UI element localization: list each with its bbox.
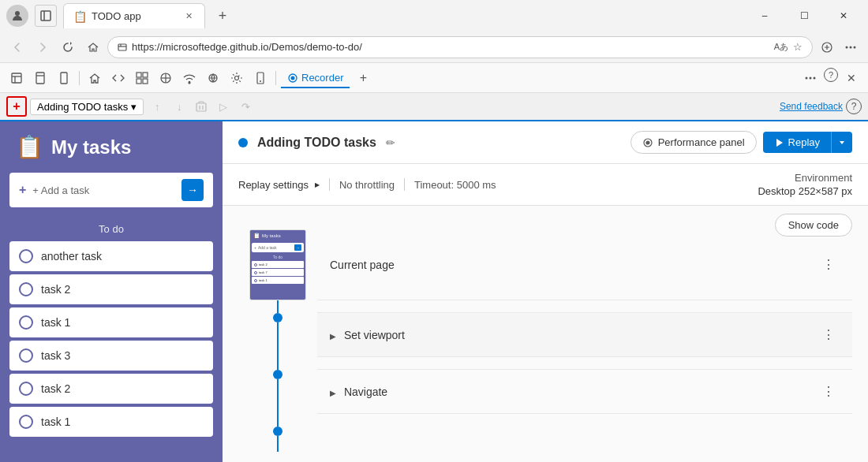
devtools-help-button[interactable]: ?: [824, 68, 838, 82]
network-icon[interactable]: [203, 68, 223, 88]
toolbar-icon-2[interactable]: [30, 68, 51, 88]
todo-app-icon: 📋: [16, 134, 43, 160]
recording-dropdown[interactable]: Adding TODO tasks ▾: [30, 99, 144, 115]
wifi-icon[interactable]: [179, 68, 200, 88]
settings-icon[interactable]: [226, 68, 247, 88]
task-checkbox[interactable]: [19, 282, 33, 296]
task-text: task 3: [41, 349, 70, 362]
recorder-tab[interactable]: Recorder: [281, 69, 350, 88]
add-task-bar[interactable]: + + Add a task →: [9, 173, 213, 207]
close-button[interactable]: ✕: [825, 3, 862, 28]
timeline-line: [238, 300, 317, 452]
forward-button[interactable]: [32, 36, 54, 58]
navigate-label: ▶ Navigate: [330, 386, 817, 398]
environment-title: Environment: [795, 172, 852, 184]
scroll-down-button[interactable]: ↓: [169, 96, 189, 117]
svg-point-18: [189, 82, 190, 84]
delete-button[interactable]: [191, 96, 211, 117]
cursor-icon[interactable]: [155, 68, 176, 88]
favorites-icon[interactable]: ☆: [793, 41, 803, 53]
replay-btn-main[interactable]: Replay: [763, 132, 832, 153]
timeline-event-current-page: Current page ⋮: [317, 229, 852, 300]
add-panel-button[interactable]: +: [353, 68, 373, 88]
list-item[interactable]: task 1: [9, 307, 213, 337]
replay-btn-dropdown[interactable]: [832, 134, 852, 151]
grid-icon[interactable]: [132, 68, 152, 88]
thumb-add-task: +Add a task→: [252, 243, 304, 252]
svg-point-0: [15, 11, 20, 16]
environment-section: Environment Desktop 252×587 px: [758, 172, 852, 197]
toolbar-icon-1[interactable]: [6, 68, 27, 88]
show-code-button[interactable]: Show code: [775, 214, 852, 237]
task-checkbox[interactable]: [19, 415, 33, 429]
navigate-more-button[interactable]: ⋮: [817, 381, 840, 403]
timeline-line-mid1: [277, 322, 279, 370]
more-button[interactable]: [840, 36, 862, 58]
maximize-button[interactable]: ☐: [786, 3, 822, 28]
toolbar-icon-3[interactable]: [54, 68, 74, 88]
set-viewport-text: Set viewport: [344, 329, 405, 341]
task-checkbox[interactable]: [19, 315, 33, 330]
copilot-button[interactable]: [816, 36, 838, 58]
browser-tab[interactable]: 📋 TODO app ✕: [63, 3, 205, 28]
svg-rect-10: [61, 73, 67, 84]
home-extension-icon[interactable]: [84, 68, 105, 88]
redo-button[interactable]: ↷: [235, 96, 256, 117]
minimize-button[interactable]: –: [746, 3, 783, 28]
help-button[interactable]: ?: [846, 99, 862, 114]
list-item[interactable]: task 3: [9, 341, 213, 371]
address-bar[interactable]: https://microsoftedge.github.io/Demos/de…: [107, 36, 813, 58]
task-text: task 2: [41, 382, 70, 395]
thumb-todo-label: To do: [250, 254, 305, 260]
sidebar-toggle[interactable]: [35, 5, 57, 27]
svg-point-26: [810, 76, 812, 79]
expand-arrow-icon: ▶: [330, 332, 336, 341]
settings-separator-2: [404, 178, 405, 191]
replay-button[interactable]: Replay: [763, 132, 852, 153]
list-item[interactable]: another task: [9, 241, 213, 271]
replay-settings-label[interactable]: Replay settings ▶: [238, 179, 320, 191]
list-item[interactable]: task 2: [9, 274, 213, 304]
performance-panel-button[interactable]: Performance panel: [630, 131, 757, 154]
refresh-button[interactable]: [57, 36, 79, 58]
add-recording-button[interactable]: +: [6, 96, 27, 117]
current-page-more-button[interactable]: ⋮: [817, 254, 840, 276]
profile-icon[interactable]: [6, 5, 28, 27]
mobile-icon[interactable]: [250, 68, 271, 88]
timeline-event-set-viewport: ▶ Set viewport ⋮: [317, 313, 852, 357]
replay-label: Replay: [788, 136, 820, 148]
list-item[interactable]: task 2: [9, 374, 213, 404]
task-checkbox[interactable]: [19, 249, 33, 263]
play-button[interactable]: ▷: [213, 96, 234, 117]
new-tab-button[interactable]: +: [211, 5, 234, 27]
recorder-timeline[interactable]: Show code 📋 My tasks +Add a task→: [223, 206, 868, 462]
svg-point-7: [854, 46, 856, 48]
timeline-spacer-1: [317, 300, 852, 313]
address-bar-url: https://microsoftedge.github.io/Demos/de…: [132, 41, 769, 53]
set-viewport-more-button[interactable]: ⋮: [817, 324, 840, 346]
more-devtools-button[interactable]: [800, 68, 821, 88]
home-button[interactable]: [82, 36, 104, 58]
tab-close-button[interactable]: ✕: [182, 10, 195, 23]
send-feedback-link[interactable]: Send feedback: [780, 101, 843, 112]
edit-title-icon[interactable]: ✏: [386, 136, 395, 149]
devtools-close-button[interactable]: ✕: [841, 68, 862, 88]
title-bar: 📋 TODO app ✕ + – ☐ ✕: [0, 0, 868, 32]
svg-rect-12: [143, 73, 148, 77]
timeline-line-bot: [277, 436, 279, 452]
read-mode-icon[interactable]: Aあ: [774, 41, 788, 53]
scroll-up-button[interactable]: ↑: [147, 96, 167, 117]
timeline-line-top: [277, 300, 279, 313]
back-button[interactable]: [6, 36, 28, 58]
task-checkbox[interactable]: [19, 382, 33, 396]
svg-rect-8: [12, 73, 21, 83]
list-item[interactable]: task 1: [9, 407, 213, 437]
todo-header: 📋 My tasks: [0, 121, 223, 173]
add-task-arrow-button[interactable]: →: [181, 179, 204, 201]
task-checkbox[interactable]: [19, 348, 33, 363]
code-icon[interactable]: [108, 68, 129, 88]
perf-panel-label: Performance panel: [658, 136, 745, 148]
tab-icon: 📋: [73, 10, 87, 23]
svg-rect-28: [196, 103, 206, 111]
todo-app-title: My tasks: [51, 136, 131, 158]
